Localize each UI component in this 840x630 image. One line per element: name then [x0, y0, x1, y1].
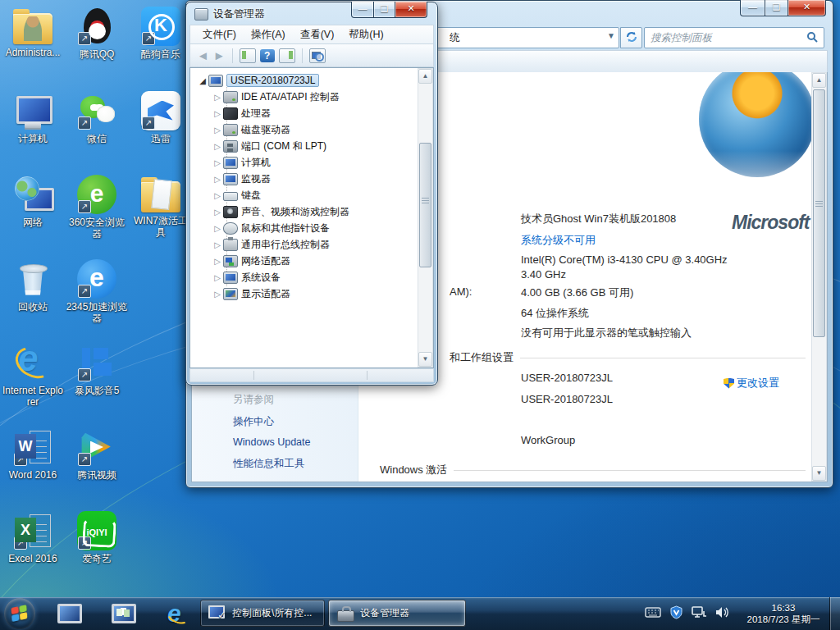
- desktop-icon-kugou[interactable]: ↗酷狗音乐: [130, 7, 192, 60]
- tree-item-label: 通用串行总线控制器: [241, 238, 330, 252]
- input-keyboard-icon[interactable]: [645, 606, 661, 621]
- expand-triangle-icon[interactable]: ▷: [213, 93, 221, 102]
- tree-item[interactable]: ▷处理器: [190, 105, 418, 121]
- standard-view-button[interactable]: [279, 48, 295, 63]
- menu-item[interactable]: 查看(V): [293, 26, 342, 43]
- tree-item[interactable]: ▷网络适配器: [190, 253, 418, 269]
- quicklaunch-explorer[interactable]: [112, 602, 136, 625]
- desktop-icon-adminfolder[interactable]: Administra...: [2, 7, 64, 58]
- security-shield-icon[interactable]: [669, 605, 683, 623]
- computer-icon: [223, 157, 238, 169]
- start-button[interactable]: [4, 598, 35, 629]
- tree-item[interactable]: ▷IDE ATA/ATAPI 控制器: [190, 89, 418, 105]
- expand-triangle-icon[interactable]: ▷: [213, 126, 221, 135]
- desktop-icon-label: 迅雷: [130, 133, 192, 144]
- desktop-icon-browser2345[interactable]: ↗2345加速浏览器: [66, 259, 128, 324]
- desktop-icon-iqiyi[interactable]: ↗爱奇艺: [66, 511, 128, 564]
- expand-triangle-icon[interactable]: ▷: [213, 208, 221, 217]
- system-rating-link[interactable]: 系统分级不可用: [521, 233, 596, 248]
- desktop-icon-folder[interactable]: WIN7激活工具: [130, 175, 192, 238]
- workgroup-value: WorkGroup: [521, 434, 575, 446]
- tree-item[interactable]: ▷鼠标和其他指针设备: [190, 220, 418, 236]
- scroll-down-arrow[interactable]: ▼: [418, 352, 432, 367]
- expand-triangle-icon[interactable]: ▷: [213, 257, 221, 266]
- tree-item[interactable]: ▷显示适配器: [190, 285, 418, 302]
- expand-triangle-icon[interactable]: ▷: [213, 109, 221, 118]
- expand-triangle-icon[interactable]: ▷: [213, 191, 221, 200]
- sidebar-link-3[interactable]: 性能信息和工具: [233, 457, 305, 471]
- tree-root-item[interactable]: ◢USER-20180723JL: [190, 72, 418, 89]
- tree-item[interactable]: ▷系统设备: [190, 269, 418, 285]
- tree-item[interactable]: ▷键盘: [190, 187, 418, 203]
- scroll-down-arrow[interactable]: ▼: [812, 466, 826, 481]
- expand-triangle-icon[interactable]: ▷: [213, 273, 221, 282]
- desktop-icon-ie[interactable]: Internet Explorer: [2, 343, 64, 408]
- expand-triangle-icon[interactable]: ▷: [213, 240, 221, 249]
- vertical-scrollbar[interactable]: ▲ ▼: [811, 72, 827, 482]
- minimize-button[interactable]: —: [351, 2, 374, 18]
- expand-triangle-icon[interactable]: ▷: [213, 224, 221, 233]
- expand-triangle-icon[interactable]: ▷: [213, 142, 221, 151]
- tree-item[interactable]: ▷声音、视频和游戏控制器: [190, 203, 418, 220]
- refresh-icon: [626, 31, 637, 43]
- keyboard-icon: [223, 192, 238, 201]
- sidebar-link-2[interactable]: Windows Update: [233, 436, 311, 448]
- change-settings-link[interactable]: 更改设置: [724, 376, 779, 390]
- tree-item[interactable]: ▷端口 (COM 和 LPT): [190, 138, 418, 154]
- desktop-icon-browser360[interactable]: ↗360安全浏览器: [66, 175, 128, 240]
- tree-item[interactable]: ▷通用串行总线控制器: [190, 236, 418, 253]
- desktop-icon-recycle[interactable]: 回收站: [2, 259, 64, 313]
- menu-item[interactable]: 文件(F): [195, 26, 244, 43]
- taskbar-button-device-manager[interactable]: 设备管理器: [328, 600, 466, 627]
- back-button[interactable]: ◄: [197, 48, 209, 64]
- scroll-up-arrow[interactable]: ▲: [418, 69, 432, 84]
- desktop-icon-label: 微信: [66, 133, 128, 144]
- search-placeholder: 搜索控制面板: [651, 31, 712, 45]
- desktop-icon-tencentvideo[interactable]: ↗腾讯视频: [66, 427, 128, 481]
- desktop-icon-xunlei[interactable]: ↗迅雷: [130, 91, 192, 144]
- tree-item[interactable]: ▷监视器: [190, 171, 418, 187]
- quicklaunch-internet-explorer[interactable]: e: [167, 602, 192, 625]
- taskbar-clock[interactable]: 16:33 2018/7/23 星期一: [738, 602, 829, 625]
- search-input[interactable]: 搜索控制面板: [644, 27, 824, 48]
- network-icon[interactable]: [692, 606, 707, 622]
- maximize-button[interactable]: ❑: [765, 0, 788, 16]
- desktop-icon-qq[interactable]: ↗腾讯QQ: [66, 7, 128, 60]
- scrollbar-thumb[interactable]: [813, 89, 825, 337]
- volume-icon[interactable]: [715, 606, 729, 622]
- show-desktop-button[interactable]: [829, 597, 840, 630]
- desktop-icon-network[interactable]: 网络: [2, 175, 64, 228]
- collapse-triangle-icon[interactable]: ◢: [199, 76, 207, 85]
- expand-triangle-icon[interactable]: ▷: [213, 158, 221, 167]
- chevron-down-icon[interactable]: ▼: [607, 31, 615, 40]
- expand-triangle-icon[interactable]: ▷: [213, 290, 221, 299]
- expand-triangle-icon[interactable]: ▷: [213, 175, 221, 184]
- quicklaunch-computer[interactable]: [57, 602, 82, 625]
- close-button[interactable]: ✕: [788, 0, 826, 16]
- tree-item-label: 系统设备: [241, 271, 281, 285]
- desktop-icon-computer[interactable]: 计算机: [2, 91, 64, 144]
- tree-scrollbar[interactable]: ▲▼: [418, 68, 433, 368]
- help-button[interactable]: [260, 49, 275, 62]
- show-console-tree-button[interactable]: [240, 48, 256, 63]
- search-icon[interactable]: [806, 31, 819, 47]
- desktop-icon-excel[interactable]: ↗Excel 2016: [2, 511, 64, 564]
- minimize-button[interactable]: —: [740, 0, 765, 16]
- sidebar-link-1[interactable]: 操作中心: [233, 415, 274, 429]
- desktop-icon-word[interactable]: ↗Word 2016: [2, 427, 64, 481]
- menu-item[interactable]: 操作(A): [244, 26, 293, 43]
- close-button[interactable]: ✕: [395, 2, 427, 18]
- forward-button[interactable]: ►: [213, 48, 226, 64]
- taskbar-button-control-panel[interactable]: 控制面板\所有控...: [200, 600, 325, 627]
- tree-item[interactable]: ▷计算机: [190, 154, 418, 171]
- scan-hardware-changes-button[interactable]: [309, 48, 326, 63]
- menu-item[interactable]: 帮助(H): [341, 26, 390, 43]
- clock-date: 2018/7/23 星期一: [738, 614, 829, 625]
- desktop-icon-baofeng[interactable]: ↗暴风影音5: [66, 343, 128, 396]
- scroll-up-arrow[interactable]: ▲: [812, 73, 826, 88]
- desktop-icon-wechat[interactable]: ↗微信: [66, 91, 128, 144]
- scrollbar-thumb[interactable]: [419, 143, 431, 267]
- tree-item[interactable]: ▷磁盘驱动器: [190, 121, 418, 138]
- maximize-button[interactable]: ❑: [374, 2, 395, 18]
- refresh-button[interactable]: [620, 27, 642, 48]
